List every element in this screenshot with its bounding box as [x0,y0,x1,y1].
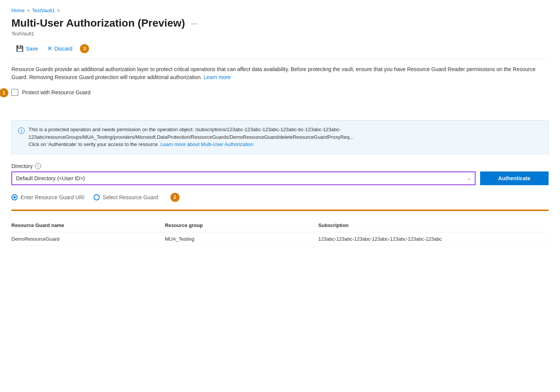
table-header-row: Resource Guard name Resource group Subsc… [11,219,549,232]
directory-label: Directory i [11,163,549,169]
radio-row: Enter Resource Guard URI Select Resource… [11,193,549,202]
info-learn-more-link[interactable]: Learn more about Multi-User Authorizatio… [161,141,253,147]
breadcrumb-sep-1: > [27,8,30,13]
info-icon: ⓘ [18,126,25,148]
directory-row: Default Directory (<User ID>) ⌄ Authenti… [11,171,549,185]
step1-badge: 1 [0,88,8,97]
page-title: Multi-User Authorization (Preview) [11,17,185,29]
directory-info-icon[interactable]: i [35,163,41,169]
step3-badge: 3 [80,44,89,53]
page-title-row: Multi-User Authorization (Preview) ··· [11,17,549,29]
directory-dropdown[interactable]: Default Directory (<User ID>) ⌄ [11,171,476,185]
table-section: Resource Guard name Resource group Subsc… [11,219,549,246]
protect-checkbox[interactable] [11,89,18,96]
authenticate-button[interactable]: Authenticate [480,171,549,185]
info-text-line1: This is a protected operation and needs … [29,127,353,140]
info-banner-text: This is a protected operation and needs … [29,126,542,148]
save-label: Save [26,46,38,52]
table-header-name: Resource Guard name [11,222,165,228]
breadcrumb-sep-2: > [57,8,60,13]
radio-enter-uri-label: Enter Resource Guard URI [21,194,84,200]
table-cell-rg: MUA_Testing [165,236,318,242]
directory-dropdown-text: Default Directory (<User ID>) [16,175,467,181]
breadcrumb-vault[interactable]: TestVault1 [32,8,55,13]
table-row[interactable]: DemoResourceGuard MUA_Testing 123abc-123… [11,232,549,246]
step2-badge: 2 [170,193,180,202]
info-text-line2: Click on 'Authenticate' to verify your a… [29,141,159,147]
breadcrumb-home[interactable]: Home [11,8,25,13]
discard-icon: ✕ [47,45,52,52]
radio-enter-uri-circle [11,194,18,200]
table-cell-name: DemoResourceGuard [11,236,165,242]
table-header-rg: Resource group [165,222,318,228]
toolbar: 💾 Save ✕ Discard 3 [11,43,549,59]
description-section: Resource Guards provide an additional au… [11,65,549,81]
directory-label-text: Directory [11,163,33,169]
ellipsis-button[interactable]: ··· [189,17,199,29]
save-icon: 💾 [16,45,24,52]
table-header-sub: Subscription [318,222,549,228]
protect-checkbox-label: Protect with Resource Guard [22,89,91,95]
radio-select-guard-label: Select Resource Guard [103,194,158,200]
discard-button[interactable]: ✕ Discard [43,43,77,54]
discard-label: Discard [54,46,72,52]
breadcrumb: Home > TestVault1 > [11,8,549,13]
radio-enter-uri[interactable]: Enter Resource Guard URI [11,194,84,200]
description-text: Resource Guards provide an additional au… [11,66,536,80]
orange-divider [11,209,549,211]
page-subtitle: TestVault1 [11,31,549,37]
save-button[interactable]: 💾 Save [11,43,43,54]
learn-more-link[interactable]: Learn more [204,74,231,80]
radio-select-guard[interactable]: Select Resource Guard [94,194,158,200]
table-cell-sub: 123abc-123abc-123abc-123abc-123abc-123ab… [318,236,549,242]
checkbox-row: 1 Protect with Resource Guard [11,89,549,96]
dropdown-arrow-icon: ⌄ [467,176,471,181]
radio-select-guard-circle [94,194,100,200]
info-banner: ⓘ This is a protected operation and need… [11,120,549,154]
